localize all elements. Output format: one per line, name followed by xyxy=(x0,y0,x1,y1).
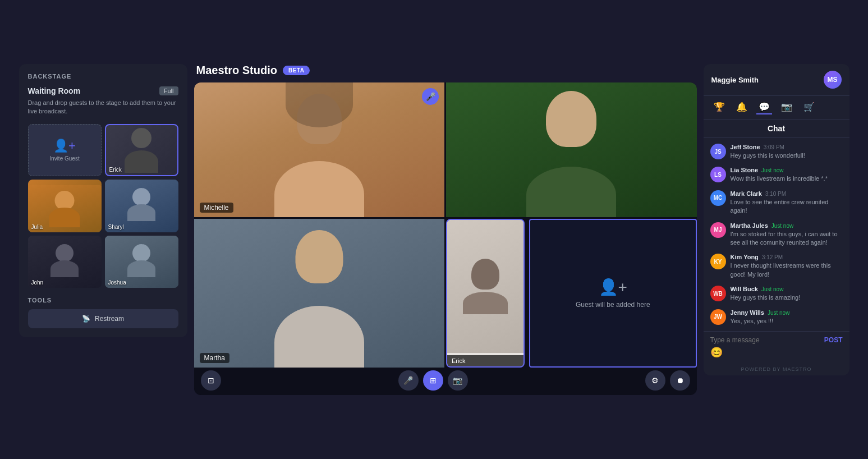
chat-user-name: Maggie Smith xyxy=(711,76,759,84)
stage-header: Maestro Studio BETA xyxy=(194,64,697,77)
msg-time-lia: Just now xyxy=(761,167,783,173)
chat-messages: JS Jeff Stone 3:09 PM Hey guys this is w… xyxy=(704,138,849,331)
msg-content-lia: Lia Stone Just now Wow this livestream i… xyxy=(731,167,843,183)
avatar-martha-jules: MJ xyxy=(710,222,726,238)
restream-icon: 📡 xyxy=(82,315,90,323)
msg-text-martha: I'm so stoked for this guys, i can wait … xyxy=(731,230,843,247)
msg-content-will: Will Buck Just now Hey guys this is amaz… xyxy=(731,286,843,302)
person-name-michelle: Michelle xyxy=(200,203,233,213)
msg-time-mark: 3:10 PM xyxy=(765,191,786,197)
emoji-button[interactable]: 😊 xyxy=(710,346,723,359)
msg-header-kim: Kim Yong 3:12 PM xyxy=(731,254,843,260)
msg-content-kim: Kim Yong 3:12 PM I never thought livestr… xyxy=(731,254,843,279)
msg-name-will: Will Buck xyxy=(731,286,758,292)
backstage-panel: BACKSTAGE Waiting Room Full Drag and dro… xyxy=(19,64,187,337)
control-center: 🎤 ⊞ 📷 xyxy=(398,370,468,391)
msg-text-lia: Wow this livestream is incredible *.* xyxy=(731,175,843,183)
video-grid-container: 🎤 Michelle Martha xyxy=(194,82,697,395)
avatar-lia-stone: LS xyxy=(710,167,726,182)
tab-trophy[interactable]: 🏆 xyxy=(711,100,727,114)
message-kim-yong: KY Kim Yong 3:12 PM I never thought live… xyxy=(710,254,843,279)
msg-name-jenny: Jenny Wills xyxy=(731,309,764,316)
guest-card-julia[interactable]: Julia xyxy=(28,180,102,232)
guest-placeholder-text: Guest will be added here xyxy=(576,301,650,309)
guest-name-joshua: Joshua xyxy=(108,279,126,286)
restream-button[interactable]: 📡 Restream xyxy=(28,309,178,328)
msg-name-kim: Kim Yong xyxy=(731,254,759,260)
msg-content-mark: Mark Clark 3:10 PM Love to see the entir… xyxy=(731,190,843,215)
msg-header-mark: Mark Clark 3:10 PM xyxy=(731,190,843,197)
invite-label: Invite Guest xyxy=(49,155,79,162)
msg-header-jenny: Jenny Wills Just now xyxy=(731,309,843,316)
msg-name-jeff: Jeff Stone xyxy=(731,144,760,150)
tab-camera[interactable]: 📷 xyxy=(779,100,794,114)
guest-card-erick[interactable]: Erick xyxy=(105,124,178,177)
record-button[interactable]: ⏺ xyxy=(670,370,690,391)
guest-card-joshua[interactable]: Joshua xyxy=(105,236,178,288)
settings-button[interactable]: ⚙ xyxy=(645,370,665,391)
video-grid: 🎤 Michelle Martha xyxy=(194,82,697,368)
tools-section: TOOLS 📡 Restream xyxy=(28,297,178,328)
msg-content-jenny: Jenny Wills Just now Yes, yes, yes !!! xyxy=(731,309,843,325)
msg-text-jenny: Yes, yes, yes !!! xyxy=(731,317,843,325)
msg-time-kim: 3:12 PM xyxy=(762,254,783,260)
erick-float-card[interactable]: Erick xyxy=(446,219,525,368)
chat-input[interactable] xyxy=(710,336,820,344)
stage-title: Maestro Studio xyxy=(196,64,277,77)
person-name-martha: Martha xyxy=(200,353,229,363)
layout-button[interactable]: ⊞ xyxy=(423,370,443,391)
msg-content-martha: Martha Jules Just now I'm so stoked for … xyxy=(731,222,843,247)
avatar-jenny-wills: JW xyxy=(710,309,726,325)
invite-guest-card[interactable]: 👤+ Invite Guest xyxy=(28,124,102,177)
guest-card-sharyl[interactable]: Sharyl xyxy=(105,180,178,232)
control-left: ⊡ xyxy=(201,370,221,391)
tab-bell[interactable]: 🔔 xyxy=(734,100,750,114)
guest-placeholder-icon: 👤+ xyxy=(599,278,627,296)
guest-name-erick: Erick xyxy=(109,167,122,173)
msg-time-martha: Just now xyxy=(771,223,793,229)
msg-time-jeff: 3:09 PM xyxy=(764,144,784,150)
post-button[interactable]: POST xyxy=(824,336,843,344)
waiting-room-desc: Drag and drop guests to the stage to add… xyxy=(28,99,178,116)
app-container: BACKSTAGE Waiting Room Full Drag and dro… xyxy=(19,64,849,395)
msg-text-jeff: Hey guys this is wonderfull! xyxy=(731,152,843,160)
msg-content-jeff: Jeff Stone 3:09 PM Hey guys this is wond… xyxy=(731,144,843,160)
chat-title: Chat xyxy=(704,120,849,138)
msg-header-martha: Martha Jules Just now xyxy=(731,222,843,229)
msg-text-will: Hey guys this is amazing! xyxy=(731,293,843,302)
waiting-room-status: Full xyxy=(159,86,178,95)
avatar-will-buck: WB xyxy=(710,286,726,301)
msg-time-will: Just now xyxy=(761,286,783,292)
tab-chat[interactable]: 💬 xyxy=(756,100,772,114)
video-cell-guy xyxy=(446,82,697,217)
chat-avatar: MS xyxy=(824,71,842,89)
beta-badge: BETA xyxy=(283,66,310,75)
waiting-room-label: Waiting Room xyxy=(28,86,81,95)
screen-share-button[interactable]: ⊡ xyxy=(201,370,221,391)
msg-name-lia: Lia Stone xyxy=(731,167,759,173)
erick-name-bar: Erick xyxy=(447,355,523,366)
waiting-room-header: Waiting Room Full xyxy=(28,86,178,95)
guest-card-john[interactable]: John xyxy=(28,236,102,288)
tab-cart[interactable]: 🛒 xyxy=(801,100,817,114)
avatar-mark-clark: MC xyxy=(710,190,726,206)
msg-name-mark: Mark Clark xyxy=(731,190,762,197)
guest-name-julia: Julia xyxy=(31,224,43,230)
msg-header-jeff: Jeff Stone 3:09 PM xyxy=(731,144,843,150)
msg-text-mark: Love to see the entire crew reunited aga… xyxy=(731,198,843,215)
erick-float-container: Erick xyxy=(446,219,527,368)
restream-label: Restream xyxy=(95,315,124,323)
chat-header: Maggie Smith MS xyxy=(704,64,849,96)
chat-tabs: 🏆 🔔 💬 📷 🛒 xyxy=(704,96,849,120)
camera-button[interactable]: 📷 xyxy=(448,370,468,391)
guest-name-john: John xyxy=(31,279,44,286)
message-lia-stone: LS Lia Stone Just now Wow this livestrea… xyxy=(710,167,843,183)
msg-header-lia: Lia Stone Just now xyxy=(731,167,843,173)
mic-button[interactable]: 🎤 xyxy=(398,370,419,391)
message-martha-jules: MJ Martha Jules Just now I'm so stoked f… xyxy=(710,222,843,247)
video-cell-michelle: 🎤 Michelle xyxy=(194,82,445,217)
avatar-jeff-stone: JS xyxy=(710,144,726,159)
message-mark-clark: MC Mark Clark 3:10 PM Love to see the en… xyxy=(710,190,843,215)
avatar-kim-yong: KY xyxy=(710,254,726,269)
emoji-row: 😊 xyxy=(710,346,843,359)
